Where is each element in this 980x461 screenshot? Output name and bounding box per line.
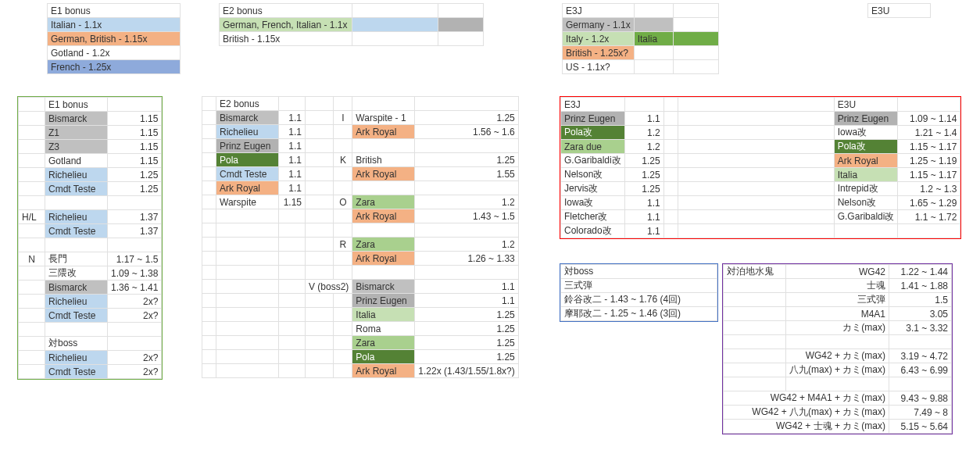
e1-header: E1 bonus Italian - 1.1x German, British … (47, 3, 181, 74)
vsboss-table: 対boss 三式弾 鈴谷改二 - 1.43 ~ 1.76 (4回) 摩耶改二 -… (560, 264, 717, 321)
e3u-header: E3U (867, 3, 931, 18)
e1-table: E1 bonus Bismarck1.15 Z11.15 Z31.15 Gotl… (18, 97, 162, 379)
e3j-header: E3J Germany - 1.1x Italy - 1.2xItalia Br… (562, 3, 719, 74)
e3-table: E3JE3U Prinz Eugen1.1Prinz Eugen1.09 ~ 1… (560, 97, 960, 238)
anchorage-table: 対泊地水鬼WG421.22 ~ 1.44 士魂1.41 ~ 1.88 三式弾1.… (723, 264, 952, 434)
e2-header: E2 bonus German, French, Italian - 1.1x … (219, 3, 484, 46)
e2-table: E2 bonus Bismarck1.1IWarspite - 11.25 Ri… (202, 96, 519, 378)
